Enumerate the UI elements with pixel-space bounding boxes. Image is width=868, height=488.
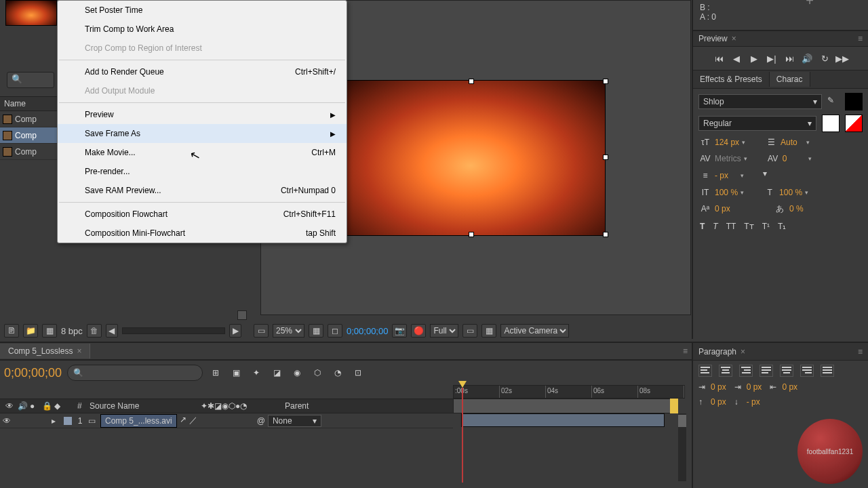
work-area-handle[interactable] (670, 399, 678, 413)
justify-last-left-button[interactable] (760, 365, 773, 377)
motion-blur-button[interactable]: ◉ (290, 365, 304, 380)
new-folder-button[interactable]: 📁 (23, 324, 38, 338)
align-center-button[interactable] (719, 365, 732, 377)
play-button[interactable]: ▶ (748, 52, 760, 64)
justify-last-center-button[interactable] (780, 365, 793, 377)
baseline-value[interactable]: 0 px (715, 204, 738, 214)
always-preview-button[interactable]: ▭ (254, 324, 269, 338)
interpret-footage-button[interactable]: 🖹 (4, 324, 19, 338)
project-row[interactable]: Comp (0, 127, 57, 144)
first-frame-button[interactable]: ⏮ (713, 52, 725, 64)
visibility-toggle[interactable]: 👁 (3, 416, 12, 426)
close-icon[interactable]: × (732, 34, 736, 43)
indent-left-value[interactable]: 0 px (711, 382, 726, 392)
justify-last-right-button[interactable] (800, 365, 814, 377)
layer-row[interactable]: 👁 ▸ 1 ▭ Comp 5_...less.avi ↗ ／ @ None▾ (0, 413, 453, 428)
layer-name[interactable]: Comp 5_...less.avi (100, 414, 177, 428)
tab-effects-presets[interactable]: Effects & Presets (693, 72, 770, 87)
pixel-aspect-button[interactable]: ▦ (481, 324, 496, 338)
project-next-button[interactable]: ▶ (229, 324, 241, 338)
transform-handle[interactable] (603, 155, 608, 160)
region-button[interactable]: ◻ (328, 324, 342, 338)
project-scrollbar[interactable] (122, 327, 225, 334)
parent-pickwhip-icon[interactable]: @ (257, 416, 265, 426)
hide-shy-button[interactable]: ✦ (249, 365, 264, 380)
panel-menu-icon[interactable]: ≡ (683, 346, 688, 356)
align-left-button[interactable] (698, 365, 712, 377)
justify-all-button[interactable] (821, 365, 834, 377)
transform-handle[interactable] (603, 79, 608, 84)
kerning-value[interactable]: Metrics (715, 154, 741, 163)
smallcaps-button[interactable]: Tᴛ (744, 222, 753, 231)
zoom-dropdown[interactable]: 25% (273, 324, 304, 338)
indent-first-value[interactable]: 0 px (747, 382, 762, 392)
font-family-dropdown[interactable]: Shlop▾ (698, 94, 822, 109)
vscale-value[interactable]: 100 % (715, 188, 738, 197)
chevron-down-icon[interactable]: ▾ (806, 139, 810, 146)
snapshot-button[interactable]: 📷 (392, 324, 407, 338)
menu-save-frame-as[interactable]: Save Frame As▶ (58, 124, 347, 143)
transform-handle[interactable] (469, 232, 474, 237)
close-icon[interactable]: × (77, 346, 81, 356)
viewer-timecode[interactable]: 0;00;00;00 (347, 326, 388, 336)
no-color-swatch[interactable] (845, 115, 863, 132)
tsume-value[interactable]: 0 % (789, 204, 812, 214)
transform-handle[interactable] (603, 232, 608, 237)
layer-switch[interactable]: ↗ (180, 415, 186, 426)
align-right-button[interactable] (739, 365, 753, 377)
chevron-down-icon[interactable]: ▾ (741, 189, 744, 196)
font-weight-dropdown[interactable]: Regular▾ (698, 116, 816, 131)
project-bit-depth[interactable]: 8 bpc (61, 326, 83, 336)
chevron-down-icon[interactable]: ▾ (808, 155, 812, 162)
resolution-button[interactable]: ▦ (309, 324, 323, 338)
menu-save-ram-preview[interactable]: Save RAM Preview...Ctrl+Numpad 0 (58, 181, 347, 200)
eyedropper-icon[interactable]: ✎ (827, 96, 840, 108)
view-layout-button[interactable]: ▭ (462, 324, 477, 338)
auto-keyframe-button[interactable]: ◔ (330, 365, 345, 380)
hscale-value[interactable]: 100 % (779, 188, 802, 197)
draft-3d-button[interactable]: ▣ (229, 365, 243, 380)
composition-frame[interactable] (336, 80, 606, 236)
menu-composition-flowchart[interactable]: Composition FlowchartCtrl+Shift+F11 (58, 205, 347, 224)
panel-resize-handle[interactable] (237, 310, 247, 320)
stroke-color-swatch[interactable] (822, 115, 840, 132)
project-name-header[interactable]: Name (0, 96, 57, 111)
menu-set-poster-time[interactable]: Set Poster Time (58, 1, 347, 20)
last-frame-button[interactable]: ⏭ (783, 52, 795, 64)
allcaps-button[interactable]: TT (726, 222, 736, 231)
menu-preview[interactable]: Preview▶ (58, 105, 347, 124)
graph-editor-button[interactable]: ⊡ (351, 365, 366, 380)
timeline-search[interactable]: 🔍 (67, 365, 203, 381)
transform-handle[interactable] (469, 79, 474, 84)
comp-mini-flowchart-button[interactable]: ⊞ (208, 365, 223, 380)
tab-character[interactable]: Charac (770, 72, 810, 87)
project-row[interactable]: Comp (0, 111, 57, 127)
superscript-button[interactable]: T¹ (762, 222, 770, 231)
ram-preview-button[interactable]: ▶▶ (836, 52, 848, 64)
panel-menu-icon[interactable]: ≡ (858, 34, 863, 43)
space-before-value[interactable]: 0 px (711, 397, 726, 407)
camera-dropdown[interactable]: Active Camera (500, 324, 569, 338)
quality-dropdown[interactable]: Full (430, 324, 458, 338)
layer-duration-bar[interactable] (461, 413, 665, 427)
brainstorm-button[interactable]: ⬡ (310, 365, 325, 380)
menu-make-movie[interactable]: Make Movie...Ctrl+M (58, 143, 347, 162)
timeline-timecode[interactable]: 0;00;00;00 (4, 366, 62, 380)
bold-button[interactable]: T (700, 222, 705, 231)
tracking-value[interactable]: 0 (783, 154, 806, 163)
expand-layer-button[interactable]: ▸ (52, 416, 61, 426)
menu-pre-render[interactable]: Pre-render... (58, 162, 347, 181)
chevron-down-icon[interactable]: ▾ (742, 139, 745, 146)
menu-composition-mini-flowchart[interactable]: Composition Mini-Flowcharttap Shift (58, 224, 347, 243)
work-area-bar[interactable] (453, 399, 673, 413)
timeline-tab[interactable]: Comp 5_Lossless× (0, 344, 90, 359)
chevron-down-icon[interactable]: ▾ (805, 189, 808, 196)
leading-value[interactable]: Auto (781, 138, 804, 147)
parent-dropdown[interactable]: None▾ (268, 415, 321, 427)
delete-button[interactable]: 🗑 (87, 324, 102, 338)
channel-button[interactable]: 🔴 (411, 324, 426, 338)
subscript-button[interactable]: T₁ (778, 222, 786, 231)
menu-trim-comp[interactable]: Trim Comp to Work Area (58, 20, 347, 39)
scrollbar-thumb[interactable] (678, 415, 686, 427)
stroke-style-dropdown[interactable]: ▾ (763, 169, 863, 182)
